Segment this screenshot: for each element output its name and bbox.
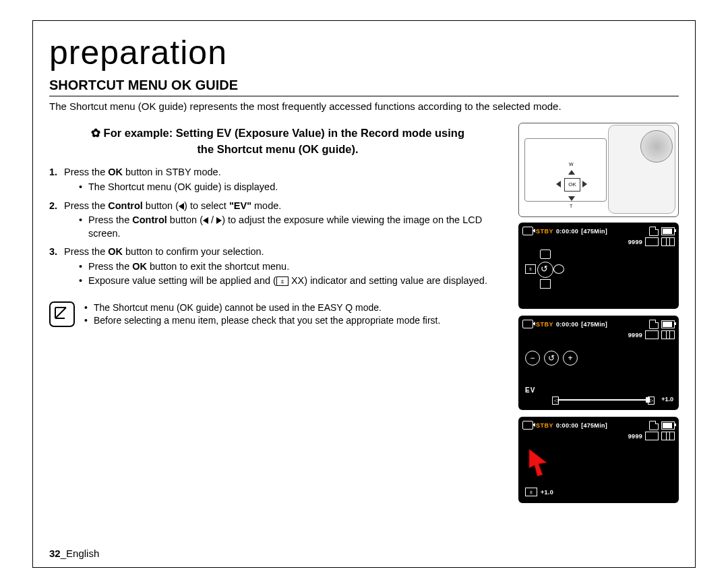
slider-right-cap: ▷: [648, 397, 655, 405]
step-text: Press the Control button () to select "E…: [64, 200, 281, 211]
quality-icon: [645, 432, 659, 440]
page-footer: 32_English: [49, 548, 99, 559]
flower-icon: ✿: [91, 127, 100, 140]
resolution-icon: [661, 330, 675, 339]
shortcut-menu-pad: ±: [525, 250, 564, 289]
battery-icon: [661, 421, 675, 430]
elapsed-time: 0:00:00: [556, 228, 578, 235]
note-block: The Shortcut menu (OK guide) cannot be u…: [49, 301, 506, 327]
step-1: 1. Press the OK button in STBY mode. The…: [49, 166, 506, 194]
status-row-2: 9999: [628, 330, 675, 339]
t: ) indicator and setting value are displa…: [304, 275, 487, 286]
step-number: 1.: [49, 166, 57, 179]
cursor-arrow-icon: [526, 448, 551, 479]
bullet: Exposure value setting will be applied a…: [79, 274, 506, 288]
camera-lens: [640, 130, 673, 163]
lcd-screen-ev-applied: STBY 0:00:00 [475Min] 9999: [518, 417, 679, 503]
ev-return-button: ↺: [544, 351, 559, 366]
dpad-down-icon: [568, 196, 575, 201]
t: button (: [143, 200, 179, 211]
t: Press the: [64, 246, 108, 257]
exposure-icon: ±: [276, 276, 289, 286]
ev-slider: ◁ ▷ +1.0: [552, 397, 672, 403]
quality-icon: [645, 237, 659, 246]
ev-indicator: ± +1.0: [525, 488, 553, 496]
example-heading: ✿ For example: Setting EV (Exposure Valu…: [49, 125, 506, 156]
step-text: Press the OK button in STBY mode.: [64, 167, 221, 177]
quality-icon: [645, 330, 659, 339]
exposure-icon: ±: [525, 488, 537, 496]
stby-label: STBY: [536, 228, 553, 235]
slider-track: [559, 399, 649, 401]
stby-label: STBY: [536, 321, 553, 328]
status-right: [649, 320, 675, 329]
ev-value: +1.0: [541, 489, 553, 496]
focus-shortcut-icon: [553, 264, 564, 274]
t: Press the: [88, 214, 132, 225]
step-number: 3.: [49, 245, 57, 259]
arrow-left-icon: [203, 217, 208, 224]
steps-list: 1. Press the OK button in STBY mode. The…: [49, 166, 506, 288]
content-frame: preparation SHORTCUT MENU OK GUIDE The S…: [32, 20, 696, 568]
example-heading-line2: the Shortcut menu (OK guide).: [197, 143, 358, 155]
elapsed-time: 0:00:00: [556, 321, 578, 328]
ev-minus-button: −: [525, 351, 540, 366]
t: button in STBY mode.: [123, 167, 221, 177]
dpad-left-icon: [556, 181, 561, 187]
remaining-time: [475Min]: [581, 321, 607, 328]
dpad-up-icon: [568, 170, 575, 175]
note-icon: [49, 301, 75, 327]
remaining-time: [475Min]: [581, 228, 607, 235]
shot-counter: 9999: [628, 433, 642, 440]
memory-card-icon: [649, 320, 659, 329]
bold: Control: [108, 200, 143, 211]
intro-text: The Shortcut menu (OK guide) represents …: [49, 100, 679, 112]
t: button to exit the shortcut menu.: [147, 261, 289, 272]
ev-adjust-controls: − ↺ +: [525, 351, 578, 366]
arrow-left-icon: [179, 203, 184, 210]
resolution-icon: [661, 432, 675, 440]
elapsed-time: 0:00:00: [556, 422, 578, 429]
memory-card-icon: [649, 227, 659, 236]
camcorder-icon: [522, 227, 533, 235]
camcorder-icon: [522, 421, 533, 430]
t: /: [208, 214, 216, 225]
t: Exposure value setting will be applied a…: [88, 275, 276, 286]
camcorder-icon: [522, 320, 533, 328]
ok-button-label: OK: [564, 178, 580, 192]
battery-icon: [661, 320, 675, 328]
shot-counter: 9999: [628, 332, 642, 339]
instructions-column: ✿ For example: Setting EV (Exposure Valu…: [49, 123, 506, 510]
t: Press the: [64, 200, 108, 211]
zoom-t-label: T: [570, 204, 572, 208]
sub-bullets: The Shortcut menu (OK guide) is displaye…: [79, 181, 506, 194]
step-2: 2. Press the Control button () to select…: [49, 200, 506, 241]
scene-mode-icon: [540, 250, 551, 259]
status-right: [649, 421, 675, 430]
ev-plus-button: +: [563, 351, 578, 366]
two-column-layout: ✿ For example: Setting EV (Exposure Valu…: [49, 123, 679, 510]
svg-marker-0: [529, 449, 547, 476]
t: ) to select: [184, 200, 229, 211]
sub-bullets: Press the OK button to exit the shortcut…: [79, 260, 506, 288]
bold: OK: [108, 167, 123, 177]
camcorder-illustration: W OK T: [518, 123, 679, 217]
battery-icon: [661, 227, 675, 235]
ev-shortcut-icon: ±: [525, 264, 536, 274]
ev-value: +1.0: [661, 396, 673, 403]
shot-counter: 9999: [628, 239, 642, 245]
illustration-column: W OK T STBY: [518, 123, 679, 510]
control-pad: W OK T: [548, 166, 594, 204]
return-icon: [537, 262, 553, 278]
zoom-w-label: W: [569, 162, 574, 167]
t: button (: [167, 214, 203, 225]
step-3: 3. Press the OK button to confirm your s…: [49, 245, 506, 288]
example-heading-line1: For example: Setting EV (Exposure Value)…: [104, 127, 464, 139]
bullet: Press the OK button to exit the shortcut…: [79, 260, 506, 274]
arrow-right-icon: [216, 217, 222, 224]
camera-lcd: W OK T: [524, 138, 607, 202]
status-row-2: 9999: [628, 432, 675, 440]
t: button to confirm your selection.: [123, 246, 264, 257]
note-item: The Shortcut menu (OK guide) cannot be u…: [84, 301, 440, 314]
step-text: Press the OK button to confirm your sele…: [64, 246, 264, 257]
